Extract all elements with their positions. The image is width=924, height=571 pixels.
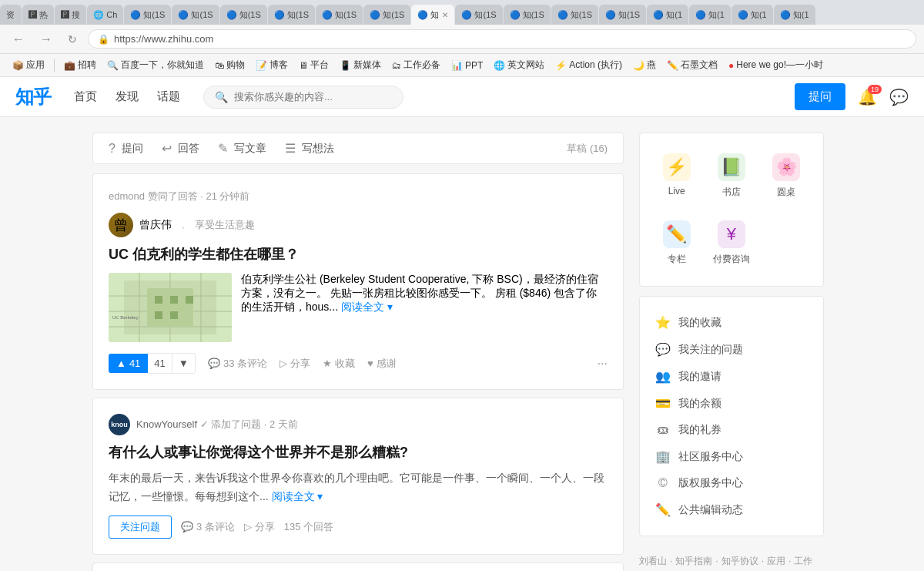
answer-count[interactable]: 135 个回答 — [284, 520, 333, 534]
org-meta-text: KnowYourself ✓ 添加了问题 · 2 天前 — [136, 418, 298, 432]
sidebar-bookstore[interactable]: 📗 书店 — [707, 146, 755, 207]
footer-sep-1: · — [670, 553, 672, 570]
bookmark-shimo[interactable]: ✏️ 石墨文档 — [662, 57, 722, 73]
sidebar-live[interactable]: ⚡ Live — [652, 146, 701, 207]
bookmark-work[interactable]: 🗂 工作必备 — [387, 57, 445, 73]
search-bar[interactable]: 🔍 — [203, 86, 403, 109]
tab-8[interactable]: 🔵 知(1S — [316, 5, 363, 25]
menu-public-edit[interactable]: ✏️ 公共编辑动态 — [652, 496, 811, 523]
copyright-icon: © — [655, 476, 671, 490]
refresh-button[interactable]: ↻ — [63, 32, 82, 47]
bookmark-jobs[interactable]: 💼 招聘 — [59, 57, 101, 73]
browser-window: 资 🅿 热 🅿 搜 🌐 Ch 🔵 知(1S 🔵 知(1S 🔵 知(1S 🔵 知(… — [0, 0, 924, 571]
read-more-2[interactable]: 阅读全文 ▾ — [272, 490, 323, 502]
question-text: 年末的最后一天，来告诉我这个世界令你喜欢的几个理由吧。它可能是一件事、一个瞬间、… — [109, 469, 608, 506]
footer-terms[interactable]: 知乎协议 — [721, 553, 758, 570]
footer-guide[interactable]: 知乎指南 — [675, 553, 712, 570]
forward-button[interactable]: → — [35, 31, 57, 48]
tab-5[interactable]: 🔵 知(1S — [172, 5, 219, 25]
thanks-link-1[interactable]: ♥ 感谢 — [367, 357, 397, 371]
footer-apps[interactable]: 应用 — [767, 553, 785, 570]
menu-favorites[interactable]: ⭐ 我的收藏 — [652, 309, 811, 336]
tab-9[interactable]: 🔵 知(1S — [363, 5, 410, 25]
bookmark-blog[interactable]: 📝 博客 — [251, 57, 293, 73]
sidebar-roundtable[interactable]: 🌸 圆桌 — [762, 146, 811, 207]
tab-4[interactable]: 🔵 知(1S — [124, 5, 171, 25]
tab-1[interactable]: 🅿 热 — [22, 5, 54, 25]
action-ask[interactable]: ? 提问 — [109, 142, 143, 156]
nav-home[interactable]: 首页 — [74, 89, 97, 104]
bookmark-english[interactable]: 🌐 英文网站 — [489, 57, 549, 73]
menu-copyright[interactable]: © 版权服务中心 — [652, 470, 811, 496]
menu-followed-questions[interactable]: 💬 我关注的问题 — [652, 336, 811, 363]
question-meta: knou KnowYourself ✓ 添加了问题 · 2 天前 — [109, 414, 608, 435]
menu-community[interactable]: 🏢 社区服务中心 — [652, 443, 811, 470]
zhihu-logo[interactable]: 知乎 — [15, 85, 51, 109]
tab-3[interactable]: 🌐 Ch — [87, 5, 123, 25]
author-name[interactable]: 曾庆伟 — [139, 218, 172, 232]
message-icon[interactable]: 💬 — [889, 88, 909, 106]
ppt-icon: 📊 — [451, 60, 463, 71]
share-link-2[interactable]: ▷ 分享 — [244, 520, 275, 534]
ask-icon: ? — [109, 142, 116, 156]
tab-2[interactable]: 🅿 搜 — [55, 5, 86, 25]
tab-12[interactable]: 🔵 知(1S — [504, 5, 551, 25]
ask-button[interactable]: 提问 — [795, 83, 845, 110]
notification-icon[interactable]: 🔔 19 — [858, 88, 877, 106]
answer-author: 曾 曾庆伟 ， 享受生活意趣 — [109, 213, 608, 237]
bookmark-apps[interactable]: 📦 应用 — [8, 57, 49, 73]
shimo-icon: ✏️ — [667, 60, 678, 71]
tab-7[interactable]: 🔵 知(1S — [268, 5, 315, 25]
bookmark-yan[interactable]: 🌙 燕 — [628, 57, 661, 73]
tab-18[interactable]: 🔵 知(1 — [774, 5, 815, 25]
url-bar[interactable]: 🔒 https://www.zhihu.com — [88, 29, 916, 49]
back-button[interactable]: ← — [8, 31, 29, 48]
bookmark-ppt[interactable]: 📊 PPT — [447, 59, 487, 72]
footer-sep-4: · — [788, 553, 791, 570]
footer-liukanshan[interactable]: 刘看山 — [639, 553, 667, 570]
org-name[interactable]: KnowYourself — [136, 418, 197, 430]
read-more-1[interactable]: 阅读全文 ▾ — [341, 301, 393, 313]
action-label: Action (执行) — [569, 59, 622, 72]
tab-17[interactable]: 🔵 知(1 — [732, 5, 773, 25]
nav-topic[interactable]: 话题 — [157, 89, 180, 104]
bookmark-herewego[interactable]: ● Here we go!—一小时 — [724, 57, 828, 73]
vote-down-button[interactable]: ▼ — [172, 353, 196, 374]
vote-up-button[interactable]: ▲ 41 — [109, 354, 148, 373]
nav-bar: ← → ↻ 🔒 https://www.zhihu.com — [0, 25, 924, 54]
bookmark-platform[interactable]: 🖥 平台 — [294, 57, 333, 73]
follow-question-button[interactable]: 关注问题 — [109, 516, 172, 539]
action-answer[interactable]: ↩ 回答 — [162, 141, 199, 156]
question-title[interactable]: 有什么人或事让你觉得这个世界并不是那么糟糕? — [109, 443, 608, 462]
tab-13[interactable]: 🔵 知(1S — [551, 5, 598, 25]
action-thought[interactable]: ☰ 写想法 — [285, 141, 334, 156]
tab-10-active[interactable]: 🔵 知 ✕ — [411, 5, 454, 25]
sidebar-consulting[interactable]: ¥ 付费咨询 — [707, 213, 755, 274]
action-write[interactable]: ✎ 写文章 — [218, 141, 266, 156]
bookmark-action[interactable]: ⚡ Action (执行) — [551, 57, 627, 73]
bookmark-shop[interactable]: 🛍 购物 — [210, 57, 249, 73]
footer-work[interactable]: 工作 — [794, 553, 812, 570]
card-title-1[interactable]: UC 伯克利的学生都住在哪里？ — [109, 245, 608, 264]
comment-link-1[interactable]: 💬 33 条评论 — [208, 357, 267, 371]
tab-11[interactable]: 🔵 知(1S — [455, 5, 502, 25]
tab-close-icon[interactable]: ✕ — [442, 11, 448, 19]
menu-coupons[interactable]: 🎟 我的礼券 — [652, 417, 811, 443]
search-input[interactable] — [234, 91, 392, 102]
tab-0[interactable]: 资 — [0, 5, 22, 25]
sidebar-column[interactable]: ✏️ 专栏 — [652, 213, 701, 274]
tab-14[interactable]: 🔵 知(1S — [599, 5, 646, 25]
tab-6[interactable]: 🔵 知(1S — [220, 5, 267, 25]
collect-icon: ★ — [323, 358, 332, 369]
bookmark-baidu[interactable]: 🔍 百度一下，你就知道 — [102, 57, 209, 73]
tab-15[interactable]: 🔵 知(1 — [647, 5, 688, 25]
menu-invites[interactable]: 👥 我的邀请 — [652, 363, 811, 390]
tab-16[interactable]: 🔵 知(1 — [689, 5, 731, 25]
comment-link-2[interactable]: 💬 3 条评论 — [181, 520, 235, 534]
bookmark-newmedia[interactable]: 📱 新媒体 — [335, 57, 386, 73]
collect-link-1[interactable]: ★ 收藏 — [323, 357, 355, 371]
more-button-1[interactable]: ··· — [598, 357, 608, 371]
share-link-1[interactable]: ▷ 分享 — [280, 357, 310, 371]
menu-balance[interactable]: 💳 我的余额 — [652, 390, 811, 417]
nav-discover[interactable]: 发现 — [116, 89, 139, 104]
